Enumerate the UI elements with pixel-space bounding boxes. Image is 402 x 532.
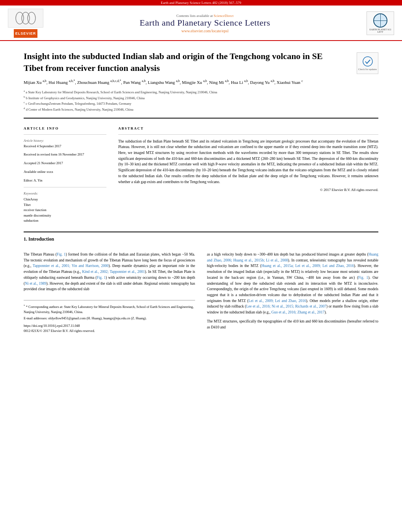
intro-section: 1. Introduction The Tibetan Plateau (Fig… xyxy=(24,236,378,334)
divider-1 xyxy=(24,134,106,135)
sciencedirect-link[interactable]: ScienceDirect xyxy=(214,14,233,18)
journal-badge: EARTH PLANET SCI LETT xyxy=(367,11,394,35)
footnote-email: E-mail addresses: oldyellow9451@gmail.co… xyxy=(24,316,195,321)
abstract-label: ABSTRACT xyxy=(118,126,378,130)
intro-heading: 1. Introduction xyxy=(24,236,378,242)
top-bar: Earth and Planetary Science Letters 482 … xyxy=(0,0,402,6)
abstract-copyright: © 2017 Elsevier B.V. All rights reserved… xyxy=(118,188,378,192)
article-info-label: ARTICLE INFO xyxy=(24,126,106,130)
keywords-list: ChinArray Tibet receiver function mantle… xyxy=(24,197,106,224)
sciencedirect-line: Contents lists available at ScienceDirec… xyxy=(43,14,367,18)
received-date: Received 4 September 2017 xyxy=(24,144,106,149)
authors-text: Mijian Xu a,b, Hui Huang a,b,*, Zhouchua… xyxy=(24,80,303,85)
intro-body: The Tibetan Plateau (Fig. 1) formed from… xyxy=(24,245,378,334)
revised-date: Received in revised form 16 November 201… xyxy=(24,152,106,157)
keyword-1: Tibet xyxy=(24,202,106,208)
article-info-abstract: ARTICLE INFO Article history: Received 4… xyxy=(24,122,378,228)
header: ELSEVIER Contents lists available at Sci… xyxy=(0,6,402,41)
article-title: Insight into the subducted Indian slab a… xyxy=(24,50,339,74)
keywords-label: Keywords: xyxy=(24,191,106,195)
svg-point-2 xyxy=(28,12,35,24)
keyword-2: receiver function xyxy=(24,208,106,213)
section-divider xyxy=(24,232,378,232)
affiliations: a a State Key Laboratory for Mineral Dep… xyxy=(24,89,378,112)
keyword-3: mantle discontinuity xyxy=(24,213,106,219)
globe-icon xyxy=(373,13,387,28)
article-title-section: Insight into the subducted Indian slab a… xyxy=(24,41,378,79)
doi-line: https://doi.org/10.1016/j.epsl.2017.11.0… xyxy=(24,323,195,328)
keyword-0: ChinArray xyxy=(24,197,106,202)
affiliation-b: b b Institute of Geophysics and Geodynam… xyxy=(24,95,378,101)
divider-abstract xyxy=(118,134,378,135)
intro-right-para1: as a high velocity body down to ~300–400… xyxy=(207,252,378,315)
svg-point-3 xyxy=(363,57,372,66)
intro-left-para1: The Tibetan Plateau (Fig. 1) formed from… xyxy=(24,252,195,292)
editor: Editor: A. Yin xyxy=(24,178,106,183)
intro-right-para2: The MTZ structures, specifically the top… xyxy=(207,319,378,330)
main-content: Insight into the subducted Indian slab a… xyxy=(0,41,402,334)
issn-line: 0012-821X/© 2017 Elsevier B.V. All right… xyxy=(24,328,195,334)
and-text: and xyxy=(220,325,226,329)
divider-thick xyxy=(24,118,378,119)
abstract-text: The subduction of the Indian Plate benea… xyxy=(118,139,378,185)
article-info-col: ARTICLE INFO Article history: Received 4… xyxy=(24,126,106,224)
footnote-area: * * Corresponding authors at: State Key … xyxy=(24,300,195,334)
affiliation-d: d d Center of Modern Earth Sciences, Nan… xyxy=(24,106,378,112)
history-label: Article history: xyxy=(24,139,106,143)
journal-url[interactable]: www.elsevier.com/locate/epsl xyxy=(43,29,367,33)
keyword-4: subduction xyxy=(24,218,106,224)
affiliation-a: a a State Key Laboratory for Mineral Dep… xyxy=(24,89,378,95)
check-icon xyxy=(362,56,373,67)
check-badge: Check for updates xyxy=(357,52,378,74)
intro-left: The Tibetan Plateau (Fig. 1) formed from… xyxy=(24,252,195,334)
accepted-date: Accepted 21 November 2017 xyxy=(24,161,106,166)
top-bar-text: Earth and Planetary Science Letters 482 … xyxy=(161,1,241,5)
intro-right: as a high velocity body down to ~300–400… xyxy=(207,252,378,334)
affiliation-c: c c GeoForschungsZentrum Potsdam, Telegr… xyxy=(24,100,378,106)
abstract-col: ABSTRACT The subduction of the Indian Pl… xyxy=(118,126,378,224)
authors: Mijian Xu a,b, Hui Huang a,b,*, Zhouchua… xyxy=(24,79,378,86)
elsevier-wordmark: ELSEVIER xyxy=(14,29,37,38)
available-date: Available online xxxx xyxy=(24,170,106,174)
header-center: Contents lists available at ScienceDirec… xyxy=(43,14,367,33)
divider-2 xyxy=(24,187,106,187)
journal-title: Earth and Planetary Science Letters xyxy=(43,18,367,28)
elsevier-logo: ELSEVIER xyxy=(8,9,43,38)
footnote-star: * * Corresponding authors at: State Key … xyxy=(24,304,195,314)
